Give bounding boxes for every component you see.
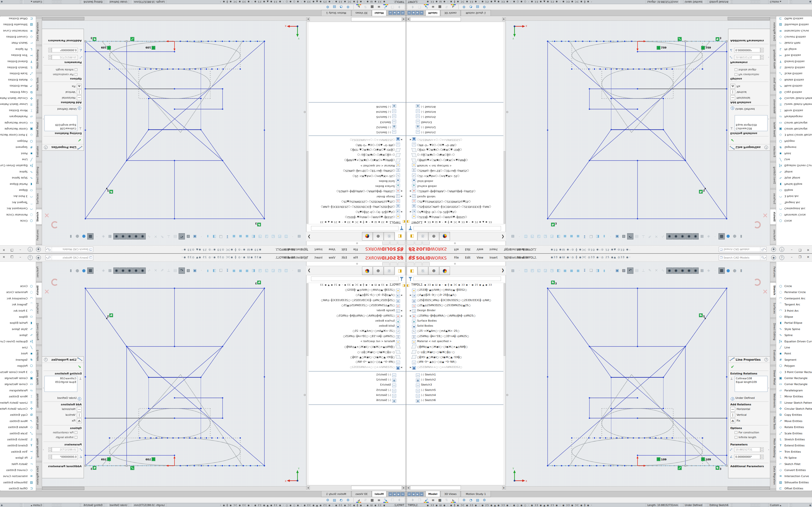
bottom-toolbar-icon[interactable]: ⇅	[444, 4, 450, 9]
tool-rotate-entities[interactable]: ◇Rotate Entities	[0, 424, 36, 430]
collapse-caret-icon[interactable]: ⌃	[43, 388, 44, 390]
bottom-toolbar-icon[interactable]: ⚙	[461, 498, 467, 503]
close-button[interactable]: ✕	[805, 248, 811, 252]
tool-stretch-entities[interactable]: ĿStretch Entities	[0, 65, 36, 71]
tab-surfaces[interactable]: Surfaces	[770, 299, 776, 318]
tool-silhouette-entities[interactable]: ▧Silhouette Entities	[776, 22, 812, 28]
tool-move-entities[interactable]: ↗Move Entities	[0, 418, 36, 424]
bottom-toolbar-icon[interactable]: ⊾	[355, 498, 362, 503]
tree-sketch-item[interactable]: ▭(-) Sketch5	[309, 113, 396, 119]
tool-mirror-entities[interactable]: ⌶Mirror Entities	[0, 393, 36, 399]
tab-evaluate[interactable]: Evaluate	[770, 346, 776, 365]
tree-item[interactable]: ○◦◎╬○Ж◉I○◦○I◉Ж○╬◎◦○	[309, 350, 403, 355]
tool-rotate-entities[interactable]: ◇Rotate Entities	[776, 424, 812, 430]
add-relation-vertical[interactable]: |Vertical	[65, 412, 82, 418]
bottom-toolbar-icon[interactable]: ❒	[389, 498, 396, 503]
tab-surfaces[interactable]: Surfaces	[770, 189, 776, 208]
tab-weldments[interactable]: Weldments	[36, 96, 42, 117]
panel-tab-stub[interactable]	[422, 262, 430, 266]
tree-item[interactable]: ◗Surface Bodies	[409, 183, 503, 188]
tree-item[interactable]: ▶▆○253ƎИNΛ∩+○◦○+∩ΛИN3Ǝ352○	[309, 365, 403, 371]
graphics-area[interactable]: ▤·◫◰◱◲◳◧■■■↧❏◨▮·▣▨↶▤⊥✎✕∿◉◉◉◉◉▦◈·▩●●▮ ✕	[506, 17, 770, 245]
tree-vertical-scrollbar[interactable]	[306, 283, 309, 485]
menu-insert[interactable]: Insert	[487, 254, 501, 262]
tree-sketch-item[interactable]: ▭Sketch3	[309, 119, 396, 124]
collapse-caret-icon[interactable]: ⌃	[768, 388, 769, 390]
tool-convert-entities[interactable]: ◇Convert Entities	[776, 34, 812, 40]
length-spinner[interactable]: ▴▾	[760, 447, 764, 452]
scroll-thumb[interactable]	[42, 17, 84, 20]
tree-sketch-item[interactable]: ▦(-) Sketch6	[416, 103, 503, 108]
tool-ellipse[interactable]: ⬭Ellipse	[0, 187, 36, 193]
length-field[interactable]: 10.88152731	[734, 447, 760, 452]
panel-expand-chevron[interactable]: ❯	[501, 235, 504, 239]
tab-nav-button[interactable]: ⏮	[407, 11, 411, 15]
tree-item[interactable]: ≡Material < not specified >	[309, 340, 403, 345]
panel-tab-stub[interactable]	[407, 241, 414, 245]
tab-evaluate[interactable]: Evaluate	[36, 142, 42, 161]
model-tab-motion-study-1[interactable]: Motion Study 1	[461, 491, 491, 497]
length-field[interactable]: 10.88152731	[52, 55, 78, 60]
relation-item[interactable]: Collinear108	[736, 127, 766, 130]
tool-polygon[interactable]: ⬡Polygon	[776, 138, 812, 145]
tool-convert-entities[interactable]: ◇Convert Entities	[0, 467, 36, 473]
model-tab-3d-views[interactable]: 3D Views	[352, 491, 371, 497]
bottom-toolbar-icon[interactable]: ◔	[338, 498, 344, 503]
close-button[interactable]: ✕	[1, 248, 7, 252]
tree-item[interactable]: ◷○25▲◎25ИN3Ǝ25○◦○253ƎИN25◎▲25○	[409, 198, 503, 203]
status-custom-dropdown[interactable]: Custom ▴	[768, 503, 789, 507]
checkbox-infinite-length[interactable]: Infinite length	[56, 67, 77, 71]
tool-linear-sketch-pattern[interactable]: ⠿Linear Sketch Pattern	[0, 101, 36, 107]
tool-equation-driven-curve[interactable]: ƒxEquation Driven Curve	[0, 163, 36, 169]
tab-sketch[interactable]: Sketch	[36, 282, 42, 298]
minimize-button[interactable]: –	[789, 248, 795, 252]
tree-item[interactable]: ○╬Э⅁◦▲○Ж◉I○◦○I◉Ж○▲◦⅁Э╬○	[409, 355, 503, 360]
tree-sketch-item[interactable]: ▭Sketch3	[416, 383, 503, 388]
tab-propertymanager[interactable]: ⎘	[384, 232, 394, 240]
tool-corner-rectangle[interactable]: ▭Corner Rectangle	[776, 120, 812, 126]
tree-expand-arrow[interactable]: ▶	[409, 309, 412, 312]
bottom-toolbar-icon[interactable]: ❥	[410, 498, 416, 503]
filter-input[interactable]	[311, 226, 399, 231]
quick-access-icons[interactable]: ◉3Ǝ ◉Ш ◉◦◎ ╬ ◉ƆC ◎3Ǝ ◉◦◎ 25 ◉▲ ◎3Ǝ ◉◦	[551, 256, 686, 259]
tree-horizontal-scrollbar[interactable]: ◀ ▶	[306, 17, 406, 22]
tool-partial-ellipse[interactable]: ◖Partial Ellipse	[776, 320, 812, 326]
tree-root[interactable]: ◧TЯPDL2. ◉ 3Ǝ ◉ Ш ◉ ◦ ◉ ╬ ◉ ƆC ◉ 3Ǝ ◉ ◦ …	[309, 283, 406, 288]
tool-circular-sketch-pattern[interactable]: ✣Circular Sketch Pattern	[776, 406, 812, 412]
add-relation-horizontal[interactable]: —Horizontal	[730, 407, 750, 412]
angle-field[interactable]: 0.00000000°	[734, 48, 760, 52]
tab-sheet-metal[interactable]: Sheet Metal	[770, 118, 776, 141]
tree-expand-arrow[interactable]: ▶	[400, 190, 403, 192]
ok-check-icon[interactable]: ✔	[78, 364, 81, 369]
add-relation-vertical[interactable]: |Vertical	[730, 89, 747, 95]
tree-item[interactable]: Σ○25ИN◎◦╬A∩ᵃ3Ǝ○◦○3Ǝᵃ∩A╬◦◎ИN25○	[309, 335, 403, 340]
tab-features[interactable]: Features	[36, 263, 42, 282]
menu-insert[interactable]: Insert	[311, 254, 325, 262]
model-tab-model[interactable]: Model	[372, 10, 387, 16]
scroll-left-arrow[interactable]: ◀	[402, 486, 406, 490]
tree-item[interactable]: ≡Material < not specified >	[409, 340, 503, 345]
tab-nav-button[interactable]: ⏭	[420, 492, 423, 496]
checkbox-icon[interactable]	[735, 431, 737, 434]
relation-item[interactable]: Equal length109	[736, 123, 766, 127]
minimize-button[interactable]: –	[17, 248, 23, 252]
tool-segment[interactable]: #Segment	[776, 145, 812, 151]
tool-trim-entities[interactable]: ✂Trim Entities	[776, 52, 812, 58]
panel-expand-chevron[interactable]: ❯	[308, 268, 311, 272]
tree-item[interactable]: ▶◔○Λ▲◎╬25◦Э○◦○Э◦25╬◎▲Λ○	[309, 209, 403, 214]
tool-polygon[interactable]: ⬡Polygon	[0, 362, 36, 369]
tree-item[interactable]: ▶A○25ИN◎◦╬A╬◎ИNA○◦○AИN◎╬A╬◦◎ИN25○	[309, 188, 403, 193]
tree-item[interactable]: ◗Surface Bodies	[409, 319, 503, 324]
tree-item[interactable]: ◷○25▲◎25ИN3Ǝ25○◦○253ƎИN25◎▲25○	[409, 304, 503, 309]
tab-mesh-modeling[interactable]: Mesh Modeling	[770, 46, 776, 72]
collapse-caret-icon[interactable]: ⌃	[43, 117, 44, 119]
tab-displaymanager[interactable]	[362, 267, 373, 275]
tool-circular-sketch-pattern[interactable]: ✣Circular Sketch Pattern	[0, 406, 36, 412]
tool-spline[interactable]: ∿Spline	[776, 332, 812, 338]
bottom-toolbar-icon[interactable]: ≡	[376, 498, 382, 503]
tree-item[interactable]: ▥○25╬3Ǝ25○ИN◎◦╬ƆC3ƎU3Ǝ25○◦○253ƎU3ƎƆC╬◦◎N…	[409, 203, 503, 208]
tab-direct-editing[interactable]: Direct Editing	[770, 162, 776, 188]
bottom-toolbar-icon[interactable]: 🖌	[383, 498, 389, 503]
tool-center-rectangle[interactable]: ▣Center Rectangle	[776, 375, 812, 381]
search-input[interactable]: Search CAD Models	[52, 248, 89, 251]
